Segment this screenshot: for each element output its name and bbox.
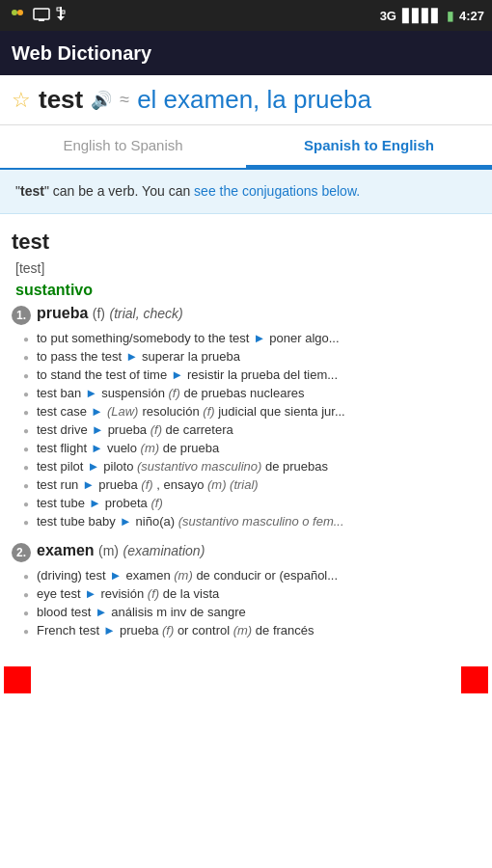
word-title: test [8, 224, 484, 258]
definition-1: 1. prueba (f) (trial, check) ● to put so… [8, 305, 484, 530]
monitor-icon [33, 8, 50, 23]
list-item: ● eye test ► revisión (f) de la vista [23, 584, 484, 603]
list-item: ● test tube baby ► niño(a) (sustantivo m… [23, 512, 484, 530]
star-icon[interactable]: ☆ [12, 88, 31, 113]
android-icon [8, 6, 27, 25]
list-item: ● blood test ► análisis m inv de sangre [23, 603, 484, 621]
phonetic: [test] [8, 258, 484, 280]
conjugations-link[interactable]: see the conjugations below. [194, 183, 360, 199]
tab-spanish-to-english[interactable]: Spanish to English [246, 125, 492, 168]
speaker-icon[interactable]: 🔊 [91, 90, 112, 111]
info-word: test [20, 183, 44, 199]
usb-icon [56, 7, 66, 24]
list-item: ● test ban ► suspensión (f) de pruebas n… [23, 384, 484, 402]
bottom-indicators [4, 661, 488, 693]
list-item: ● (driving) test ► examen (m) de conduci… [23, 566, 484, 584]
list-item: ● test flight ► vuelo (m) de prueba [23, 439, 484, 457]
list-item: ● to put something/somebody to the test … [23, 329, 484, 347]
def-2-subitems: ● (driving) test ► examen (m) de conduci… [8, 566, 484, 639]
list-item: ● test tube ► probeta (f) [23, 494, 484, 512]
title-bar: Web Dictionary [0, 31, 492, 75]
definition-2: 2. examen (m) (examination) ● (driving) … [8, 542, 484, 639]
red-square-left [4, 666, 31, 693]
svg-point-1 [17, 10, 23, 15]
signal-icon: ▋▋▋▋ [402, 9, 441, 23]
list-item: ● to pass the test ► superar la prueba [23, 347, 484, 366]
main-content: test [test] sustantivo 1. prueba (f) (tr… [0, 214, 492, 661]
red-square-right [461, 666, 488, 693]
network-type: 3G [380, 9, 396, 23]
list-item: ● French test ► prueba (f) or control (m… [23, 621, 484, 639]
status-bar: 3G ▋▋▋▋ ▮ 4:27 [0, 0, 492, 31]
list-item: ● test run ► prueba (f) , ensayo (m) (tr… [23, 475, 484, 494]
svg-point-0 [12, 10, 17, 15]
def-number-1: 1. prueba (f) (trial, check) [8, 305, 484, 325]
def-badge-2: 2. [12, 543, 31, 562]
part-of-speech: sustantivo [8, 280, 484, 305]
app-title: Web Dictionary [12, 42, 151, 65]
word-header: ☆ test 🔊 ≈ el examen, la prueba [0, 75, 492, 125]
tab-english-to-spanish[interactable]: English to Spanish [0, 125, 246, 168]
svg-rect-3 [39, 19, 44, 21]
def-1-subitems: ● to put something/somebody to the test … [8, 329, 484, 530]
time: 4:27 [459, 9, 484, 23]
info-box: "test" can be a verb. You can see the co… [0, 170, 492, 214]
info-text: "test" can be a verb. You can see the co… [15, 183, 360, 199]
list-item: ● to stand the test of time ► resistir l… [23, 366, 484, 384]
approx-icon: ≈ [120, 90, 129, 110]
list-item: ● test case ► (Law) resolución (f) judic… [23, 402, 484, 420]
def-badge-1: 1. [12, 306, 31, 325]
status-icons [8, 6, 66, 25]
svg-rect-7 [62, 11, 65, 14]
language-tabs: English to Spanish Spanish to English [0, 125, 492, 170]
def-number-2: 2. examen (m) (examination) [8, 542, 484, 562]
svg-rect-2 [34, 9, 49, 19]
list-item: ● test pilot ► piloto (sustantivo mascul… [23, 457, 484, 475]
search-word: test [39, 85, 83, 115]
status-right-icons: 3G ▋▋▋▋ ▮ 4:27 [380, 9, 484, 23]
test-flight-label: test flight [37, 441, 87, 455]
word-translation: el examen, la prueba [137, 85, 371, 115]
def-word-2: examen (m) (examination) [37, 542, 205, 559]
battery-icon: ▮ [447, 9, 453, 23]
svg-marker-5 [57, 16, 65, 20]
def-word-1: prueba (f) (trial, check) [37, 305, 183, 322]
list-item: ● test drive ► prueba (f) de carretera [23, 420, 484, 439]
